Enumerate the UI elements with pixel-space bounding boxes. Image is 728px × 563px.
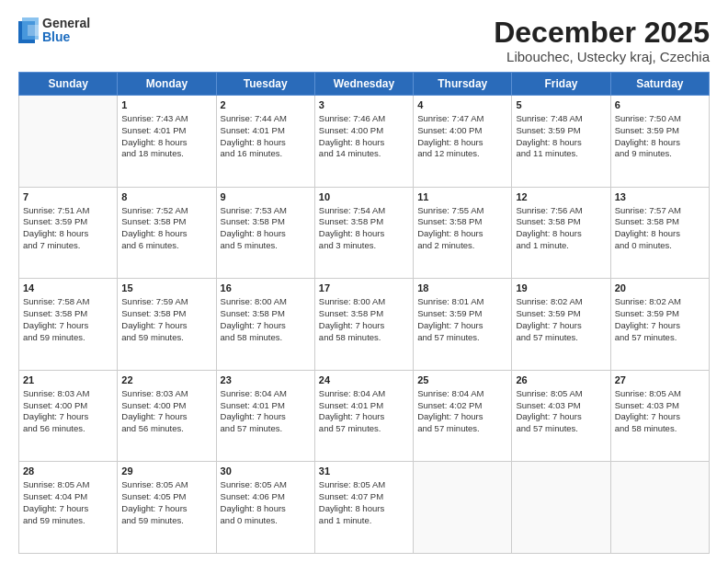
day-info-line: and 6 minutes. — [121, 240, 211, 252]
day-info-line: Daylight: 8 hours — [23, 228, 113, 240]
logo-blue: Blue — [42, 30, 90, 44]
day-number: 23 — [221, 373, 311, 387]
day-info-line: Sunrise: 7:54 AM — [319, 205, 409, 217]
day-info-line: Sunset: 4:07 PM — [319, 491, 409, 503]
calendar-week-2: 14Sunrise: 7:58 AMSunset: 3:58 PMDayligh… — [19, 279, 710, 371]
weekday-header-saturday: Saturday — [610, 73, 709, 96]
day-info-line: Daylight: 7 hours — [516, 411, 606, 423]
day-number: 15 — [121, 282, 211, 295]
day-info-line: and 57 minutes. — [417, 332, 507, 344]
day-info-line: Sunset: 4:00 PM — [23, 400, 113, 412]
day-info-line: Daylight: 8 hours — [221, 137, 311, 149]
day-info-line: Daylight: 8 hours — [221, 503, 311, 515]
day-info-line: Daylight: 7 hours — [23, 411, 113, 423]
day-info-line: Daylight: 7 hours — [221, 320, 311, 332]
calendar-week-1: 7Sunrise: 7:51 AMSunset: 3:59 PMDaylight… — [19, 187, 710, 279]
calendar-cell: 2Sunrise: 7:44 AMSunset: 4:01 PMDaylight… — [216, 96, 314, 188]
day-info-line: Daylight: 8 hours — [121, 137, 211, 149]
day-info-line: and 59 minutes. — [23, 332, 113, 344]
calendar-cell: 24Sunrise: 8:04 AMSunset: 4:01 PMDayligh… — [314, 370, 413, 462]
day-info-line: and 56 minutes. — [121, 423, 211, 435]
calendar-week-0: 1Sunrise: 7:43 AMSunset: 4:01 PMDaylight… — [19, 96, 710, 188]
calendar-cell — [414, 462, 512, 554]
day-info-line: Sunset: 3:59 PM — [417, 308, 507, 320]
day-info-line: and 1 minute. — [319, 515, 409, 527]
day-number: 2 — [221, 98, 311, 112]
day-info-line: Sunrise: 8:01 AM — [417, 296, 507, 308]
day-info-line: Sunrise: 7:55 AM — [417, 205, 507, 217]
day-info-line: Sunset: 3:58 PM — [221, 216, 311, 228]
day-info-line: Sunrise: 7:46 AM — [319, 113, 409, 125]
day-info-line: and 59 minutes. — [121, 332, 211, 344]
calendar-cell — [512, 462, 610, 554]
day-info-line: Sunset: 4:01 PM — [319, 400, 409, 412]
day-info-line: Daylight: 8 hours — [319, 503, 409, 515]
calendar-week-3: 21Sunrise: 8:03 AMSunset: 4:00 PMDayligh… — [19, 370, 710, 462]
day-info-line: Daylight: 7 hours — [23, 320, 113, 332]
calendar-cell: 4Sunrise: 7:47 AMSunset: 4:00 PMDaylight… — [414, 96, 512, 188]
day-info-line: Daylight: 8 hours — [516, 137, 606, 149]
weekday-header-thursday: Thursday — [414, 73, 512, 96]
logo-icon — [18, 17, 39, 43]
day-info-line: Sunrise: 7:51 AM — [23, 205, 113, 217]
day-info-line: Sunset: 4:05 PM — [121, 491, 211, 503]
day-number: 28 — [23, 465, 113, 478]
day-info-line: Sunset: 3:58 PM — [121, 216, 211, 228]
header: General Blue December 2025 Libouchec, Us… — [18, 17, 710, 64]
page-title: December 2025 — [494, 17, 710, 49]
day-info-line: and 57 minutes. — [417, 423, 507, 435]
day-info-line: and 0 minutes. — [615, 240, 705, 252]
day-info-line: and 59 minutes. — [23, 515, 113, 527]
day-number: 22 — [121, 373, 211, 387]
day-info-line: Sunset: 4:03 PM — [516, 400, 606, 412]
day-info-line: Daylight: 7 hours — [23, 503, 113, 515]
day-info-line: Daylight: 8 hours — [221, 228, 311, 240]
weekday-header-monday: Monday — [118, 73, 216, 96]
logo-text: General Blue — [42, 17, 90, 45]
day-info-line: Sunset: 3:58 PM — [221, 308, 311, 320]
day-info-line: Sunrise: 8:04 AM — [417, 388, 507, 400]
day-number: 20 — [615, 282, 705, 295]
calendar-cell: 28Sunrise: 8:05 AMSunset: 4:04 PMDayligh… — [19, 462, 118, 554]
calendar-cell: 23Sunrise: 8:04 AMSunset: 4:01 PMDayligh… — [216, 370, 314, 462]
calendar-cell: 19Sunrise: 8:02 AMSunset: 3:59 PMDayligh… — [512, 279, 610, 371]
day-info-line: Sunrise: 8:00 AM — [221, 296, 311, 308]
day-info-line: and 1 minute. — [516, 240, 606, 252]
day-info-line: Sunrise: 8:05 AM — [516, 388, 606, 400]
day-info-line: Sunrise: 7:56 AM — [516, 205, 606, 217]
day-info-line: Sunset: 4:01 PM — [221, 400, 311, 412]
day-info-line: Sunset: 4:06 PM — [221, 491, 311, 503]
day-number: 30 — [221, 465, 311, 478]
day-number: 18 — [417, 282, 507, 295]
day-number: 11 — [417, 190, 507, 204]
day-info-line: and 57 minutes. — [516, 332, 606, 344]
day-info-line: Sunrise: 8:00 AM — [319, 296, 409, 308]
day-info-line: and 57 minutes. — [221, 423, 311, 435]
day-info-line: Sunrise: 8:05 AM — [615, 388, 705, 400]
day-info-line: Sunrise: 8:03 AM — [23, 388, 113, 400]
calendar-cell: 27Sunrise: 8:05 AMSunset: 4:03 PMDayligh… — [610, 370, 709, 462]
svg-marker-2 — [28, 25, 39, 36]
day-info-line: Sunrise: 8:05 AM — [221, 479, 311, 491]
day-number: 6 — [615, 98, 705, 112]
day-info-line: Daylight: 7 hours — [121, 411, 211, 423]
calendar-cell: 5Sunrise: 7:48 AMSunset: 3:59 PMDaylight… — [512, 96, 610, 188]
day-info-line: Sunrise: 8:05 AM — [23, 479, 113, 491]
day-number: 3 — [319, 98, 409, 112]
day-info-line: Daylight: 7 hours — [615, 320, 705, 332]
day-info-line: and 2 minutes. — [417, 240, 507, 252]
day-info-line: and 59 minutes. — [121, 515, 211, 527]
day-info-line: Sunrise: 8:02 AM — [516, 296, 606, 308]
logo: General Blue — [18, 17, 90, 45]
calendar-cell: 30Sunrise: 8:05 AMSunset: 4:06 PMDayligh… — [216, 462, 314, 554]
calendar-cell: 31Sunrise: 8:05 AMSunset: 4:07 PMDayligh… — [314, 462, 413, 554]
calendar-cell: 21Sunrise: 8:03 AMSunset: 4:00 PMDayligh… — [19, 370, 118, 462]
day-info-line: Daylight: 7 hours — [516, 320, 606, 332]
day-info-line: Sunset: 3:58 PM — [121, 308, 211, 320]
weekday-row: SundayMondayTuesdayWednesdayThursdayFrid… — [19, 73, 710, 96]
day-number: 1 — [121, 98, 211, 112]
day-info-line: Sunset: 3:58 PM — [417, 216, 507, 228]
calendar-cell: 26Sunrise: 8:05 AMSunset: 4:03 PMDayligh… — [512, 370, 610, 462]
day-info-line: and 56 minutes. — [23, 423, 113, 435]
day-info-line: Sunset: 3:58 PM — [516, 216, 606, 228]
